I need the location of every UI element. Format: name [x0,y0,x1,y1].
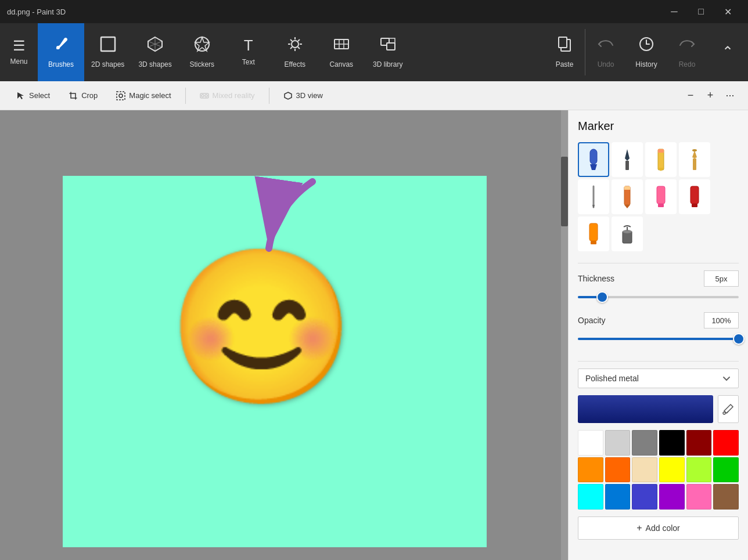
svg-point-24 [202,95,204,97]
opacity-slider-thumb[interactable] [733,333,745,345]
toolbar-text[interactable]: T Text [225,23,272,81]
toolbar-2dshapes[interactable]: 2D shapes [84,23,131,81]
maximize-button[interactable]: □ [688,0,714,23]
canvas-label: Canvas [329,60,353,68]
svg-rect-1 [101,37,115,51]
toolbar-collapse[interactable]: ⌃ [707,23,748,81]
crop-icon [69,91,78,100]
brush-thin-pen[interactable] [578,179,609,214]
brush-pink-marker[interactable] [645,179,677,214]
color-swatch-2[interactable] [632,430,657,456]
toolbar-menu[interactable]: ☰ Menu [0,23,38,81]
toolbar-stickers[interactable]: Stickers [179,23,225,81]
undo-label: Undo [598,60,614,68]
section-divider-1 [578,263,739,263]
color-swatch-16[interactable] [686,484,712,510]
toolbar-effects[interactable]: Effects [272,23,318,81]
color-swatch-5[interactable] [713,430,739,456]
canvas-scrollbar[interactable] [561,110,568,560]
color-swatch-6[interactable] [578,457,603,483]
redo-label: Redo [679,60,696,68]
color-swatch-12[interactable] [578,484,603,510]
mixed-reality-tool[interactable]: Mixed reality [193,88,262,104]
2dshapes-label: 2D shapes [91,60,124,68]
palette-dropdown[interactable]: Polished metal [578,368,739,388]
opacity-slider-track[interactable] [578,338,739,340]
color-palette [578,430,739,510]
view-3d-tool[interactable]: 3D view [276,88,330,104]
color-swatch-17[interactable] [713,484,739,510]
color-swatch-10[interactable] [686,457,712,483]
color-swatch-9[interactable] [659,457,685,483]
canvas-area[interactable]: 😊 [0,110,561,560]
color-swatch-13[interactable] [605,484,631,510]
svg-rect-39 [624,186,630,190]
magic-select-label: Magic select [129,91,171,100]
canvas-surface[interactable]: 😊 [63,176,487,547]
brushes-label: Brushes [48,60,74,68]
window-controls: ─ □ ✕ [661,0,741,23]
toolbar-3dshapes[interactable]: 3D shapes [131,23,178,81]
opacity-slider-fill [578,338,739,340]
panel-title: Marker [578,120,739,133]
color-swatch-11[interactable] [713,457,739,483]
brush-colored-pencil[interactable] [612,179,643,214]
brush-pen[interactable] [612,142,643,177]
svg-rect-42 [691,186,699,204]
thickness-slider-container [578,291,739,303]
crop-tool[interactable]: Crop [62,88,105,104]
brush-red-marker[interactable] [679,179,710,214]
color-swatch-15[interactable] [659,484,685,510]
zoom-minus-button[interactable]: − [682,87,699,104]
close-button[interactable]: ✕ [714,0,741,23]
text-label: Text [242,58,255,66]
select-tool[interactable]: Select [9,88,57,104]
svg-rect-33 [693,158,696,170]
selected-color-swatch[interactable] [578,395,713,423]
brush-bucket[interactable] [612,216,643,251]
opacity-value[interactable]: 100% [704,312,739,328]
menu-icon: ☰ [13,38,26,54]
brush-orange-marker[interactable] [578,216,609,251]
3dlibrary-icon [379,35,397,57]
zoom-plus-button[interactable]: + [702,87,719,104]
minimize-button[interactable]: ─ [661,0,688,23]
color-swatch-3[interactable] [659,430,685,456]
eyedropper-button[interactable] [718,395,739,423]
svg-rect-27 [590,149,597,164]
color-swatch-0[interactable] [578,430,603,456]
subtoolbar: Select Crop Magic select Mixed reality 3… [0,81,748,110]
svg-rect-45 [591,241,596,244]
svg-rect-19 [559,37,567,48]
toolbar-paste[interactable]: Paste [544,23,585,81]
toolbar-canvas[interactable]: Canvas [318,23,365,81]
color-swatch-4[interactable] [686,430,712,456]
toolbar-redo[interactable]: Redo [667,23,707,81]
thickness-value[interactable]: 5px [704,270,739,287]
brush-pencil-ruler[interactable] [645,142,677,177]
color-swatch-1[interactable] [605,430,631,456]
svg-rect-21 [117,92,125,100]
brush-airbrush[interactable] [679,142,710,177]
scrollbar-thumb[interactable] [561,157,568,226]
brush-marker-calligraphy[interactable] [578,142,609,177]
select-arrow-icon [16,91,26,100]
color-swatch-14[interactable] [632,484,657,510]
svg-rect-44 [589,223,598,241]
toolbar-3dlibrary[interactable]: 3D library [365,23,411,81]
add-color-button[interactable]: + Add color [578,516,739,540]
svg-rect-17 [387,43,395,50]
toolbar-undo[interactable]: Undo [585,23,626,81]
history-label: History [635,60,657,68]
main-toolbar: ☰ Menu Brushes 2D shapes 3D shapes Stick… [0,23,748,81]
toolbar-brushes[interactable]: Brushes [38,23,84,81]
thickness-slider-track[interactable] [578,296,739,298]
text-icon: T [244,37,253,55]
more-options-button[interactable]: ··· [721,87,739,104]
color-swatch-8[interactable] [632,457,657,483]
color-swatch-7[interactable] [605,457,631,483]
magic-select-tool[interactable]: Magic select [109,88,178,104]
canvas-icon [332,35,351,57]
toolbar-history[interactable]: History [626,23,667,81]
thickness-slider-thumb[interactable] [596,291,608,303]
